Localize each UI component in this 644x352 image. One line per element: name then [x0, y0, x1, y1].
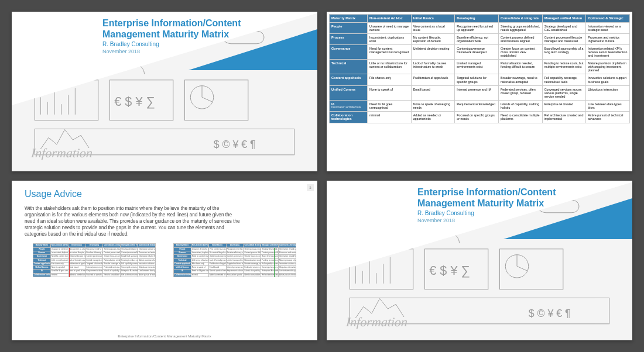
matrix-cell: Federated services, often closed group, … — [498, 85, 542, 100]
green-line-future — [274, 248, 275, 277]
watermark-text: Information — [345, 315, 408, 330]
matrix-cell: Information related KPI's receive senior… — [586, 44, 630, 59]
matrix-header: Non-existent Ad Hoc — [368, 15, 412, 23]
matrix-cell: None to speak of — [368, 85, 412, 100]
mini-matrix-row: Maturity MatrixNon-existent Ad HocInitia… — [25, 243, 304, 277]
date: November 2018 — [102, 49, 241, 54]
maturity-matrix-table: Maturity MatrixNon-existent Ad HocInitia… — [329, 14, 630, 123]
matrix-cell: Greater focus on content , cross domain … — [498, 44, 542, 59]
matrix-cell: Mature provision of platform with ongoin… — [586, 60, 630, 74]
matrix-cell: Lack of formality causes infrastructure … — [411, 60, 455, 74]
svg-text:$ © ¥ € ¶: $ © ¥ € ¶ — [214, 139, 256, 150]
matrix-cell: Need for content management not recognis… — [368, 44, 412, 59]
mini-matrix-table: Maturity MatrixNon-existent Ad HocInitia… — [33, 243, 156, 277]
slide-2-matrix: Maturity MatrixNon-existent Ad HocInitia… — [327, 12, 632, 171]
subtitle: R. Bradley Consulting — [102, 41, 241, 47]
matrix-cell: No content lifecycle, explosion of conte… — [411, 33, 455, 44]
matrix-cell: Ubiquitous interaction — [586, 85, 630, 100]
matrix-cell: Broader coverage, need to rationalise ac… — [498, 74, 542, 85]
red-line-now — [69, 248, 70, 277]
matrix-cell: minimal — [368, 111, 412, 123]
title-line2: Management Maturity Matrix — [417, 198, 544, 208]
watermark-text: Information — [30, 146, 93, 161]
matrix-row-label: Collaboration technologies — [330, 111, 368, 123]
matrix-cell: Need for IA goes unrecognised — [368, 100, 412, 111]
matrix-cell: File shares only — [368, 74, 412, 85]
matrix-cell: Converged services across various platfo… — [542, 85, 586, 100]
matrix-cell: Content governance framework developed — [455, 44, 499, 59]
matrix-cell: Islands of capability, nothing holistic — [498, 100, 542, 111]
matrix-cell: Inconsistent, duplications exist — [368, 33, 412, 44]
date: November 2018 — [417, 218, 556, 223]
subtitle: R. Bradley Consulting — [417, 210, 556, 216]
matrix-row-label: Process — [330, 33, 368, 44]
matrix-cell: None to speak of emerging needs — [411, 100, 455, 111]
matrix-cell: Unaware of need to manage content — [368, 22, 412, 33]
matrix-header: Consolidate & integrate — [498, 15, 542, 23]
matrix-cell: Funding to reduce costs, but multiple en… — [542, 60, 586, 74]
matrix-header: Managed unified Vision — [542, 15, 586, 23]
matrix-cell: Requirement acknowledged — [455, 100, 499, 111]
matrix-cell: Active pursuit of technical advances — [586, 111, 630, 123]
advice-heading: Usage Advice — [25, 189, 304, 199]
slide-4-title: € $ ¥ ∑ $ © ¥ € ¶ ! ? Enterprise Informa… — [327, 181, 632, 340]
matrix-row-label: Technical — [330, 60, 368, 74]
mini-matrix-table: Maturity MatrixNon-existent Ad HocInitia… — [173, 243, 296, 277]
matrix-cell: Strategy developed and CoE established — [542, 22, 586, 33]
matrix-cell: Full capability coverage, rationalised t… — [542, 74, 586, 85]
matrix-cell: Email based — [411, 85, 455, 100]
matrix-cell: Steering groups established, needs aggre… — [498, 22, 542, 33]
title-line2: Management Maturity Matrix — [102, 29, 229, 39]
title-line1: Enterprise Information/Content — [417, 187, 556, 197]
slide-1-title: € $ ¥ ∑ $ © ¥ € ¶ ! ? Enterprise Informa… — [12, 12, 317, 171]
matrix-header: Optimised & Strategic — [586, 15, 630, 23]
matrix-cell: Unilateral decision making — [411, 44, 455, 59]
mini-matrix-now: Maturity MatrixNon-existent Ad HocInitia… — [33, 243, 156, 277]
slide-3-usage-advice: 3 Usage Advice With the stakeholders ask… — [12, 181, 317, 340]
matrix-cell: Content processes/lifecycle managed and … — [542, 33, 586, 44]
matrix-cell: Focused on specific groups or needs — [455, 111, 499, 123]
page-number-badge: 3 — [307, 184, 314, 191]
matrix-cell: Little or no infrastructure for content … — [368, 60, 412, 74]
matrix-row-label: Governance — [330, 44, 368, 59]
title-block: Enterprise Information/Content Managemen… — [417, 187, 556, 223]
matrix-cell: Recognise need for joined up approach — [455, 22, 499, 33]
mini-matrix-future: Maturity MatrixNon-existent Ad HocInitia… — [173, 243, 296, 277]
title-line1: Enterprise Information/Content — [102, 18, 241, 28]
matrix-cell: Processes and metrics ingrained to cultu… — [586, 33, 630, 44]
title-block: Enterprise Information/Content Managemen… — [102, 18, 241, 54]
matrix-cell: Innovative solutions support business go… — [586, 74, 630, 85]
matrix-row-label: IAInformation Architecture — [330, 100, 368, 111]
matrix-row-label: Unified Comms — [330, 85, 368, 100]
matrix-cell: Ref architecture created and implemented — [542, 111, 586, 123]
matrix-cell: Added as needed or opportunistic — [411, 111, 455, 123]
slide-deck: € $ ¥ ∑ $ © ¥ € ¶ ! ? Enterprise Informa… — [0, 0, 644, 352]
matrix-cell: Baseline efficiency, not organisation wi… — [455, 33, 499, 44]
matrix-row-label: Content apps/tools — [330, 74, 368, 85]
matrix-cell: Limited managed environments exist — [455, 60, 499, 74]
matrix-header: Developing — [455, 15, 499, 23]
matrix-cell: Line between data types blurs — [586, 100, 630, 111]
svg-text:$ © ¥ € ¶: $ © ¥ € ¶ — [529, 308, 571, 319]
matrix-cell: Need to consolidate multiple platforms — [498, 111, 542, 123]
matrix-cell: Board level sponsorship of a long term s… — [542, 44, 586, 59]
matrix-cell: Enterprise IA created — [542, 100, 586, 111]
matrix-row-label: People — [330, 22, 368, 33]
matrix-cell: Proliferation of apps/tools — [411, 74, 455, 85]
advice-body: With the stakeholders ask them to positi… — [25, 205, 241, 237]
matrix-header: Initial Basics — [411, 15, 455, 23]
matrix-cell: View content as a local issue — [411, 22, 455, 33]
matrix-cell: Internal presence and IM — [455, 85, 499, 100]
matrix-cell: Targeted solutions for specific groups — [455, 74, 499, 85]
slide-footer: Enterprise Information/Content Managemen… — [12, 334, 317, 338]
matrix-header: Maturity Matrix — [330, 15, 368, 23]
matrix-cell: Rationalisation needed, funding difficul… — [498, 60, 542, 74]
matrix-cell: Content process defined and business ali… — [498, 33, 542, 44]
matrix-cell: Information viewed as a strategic asset — [586, 22, 630, 33]
